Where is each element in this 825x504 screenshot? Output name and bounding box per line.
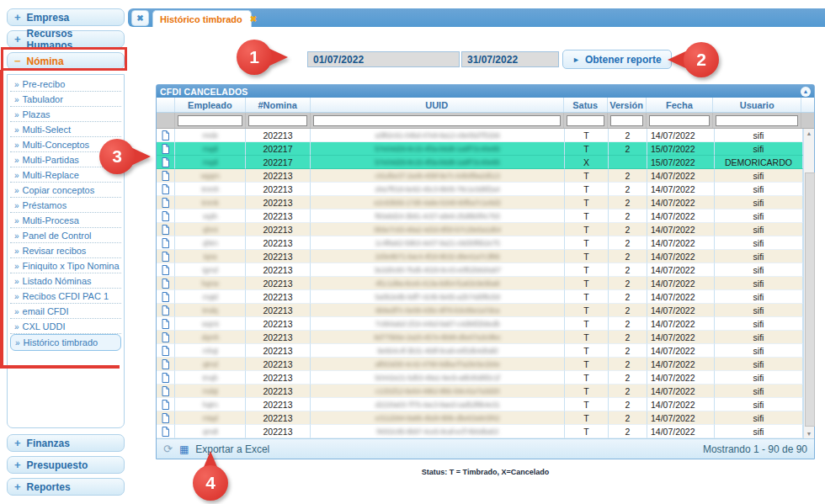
annotation-callout-4: 4 <box>193 465 228 501</box>
document-icon[interactable] <box>162 157 169 167</box>
nomina-submenu-item[interactable]: »Tabulador <box>10 92 121 107</box>
filter-input-satus[interactable] <box>567 115 604 126</box>
table-row[interactable]: tmdq 202213 6b9a3f7c-0e08-435c-8f76-b3c8… <box>157 304 803 317</box>
sidebar-item-presupuesto[interactable]: + Presupuesto <box>7 456 125 474</box>
table-row[interactable]: qmdt 202213 f4002c85-9b97-4ce5-9caf-ecf7… <box>157 425 803 438</box>
document-icon[interactable] <box>162 130 169 141</box>
cell-empleado-redacted: qhmi <box>203 225 218 234</box>
document-icon[interactable] <box>162 373 169 383</box>
document-icon[interactable] <box>162 386 169 396</box>
document-icon[interactable] <box>162 184 169 194</box>
column-header-satus[interactable]: Satus <box>564 98 608 112</box>
sidebar-item-reportes[interactable]: + Reportes <box>7 478 125 496</box>
nomina-submenu-item[interactable]: »CXL UDDI <box>10 319 121 334</box>
document-icon[interactable] <box>162 144 169 154</box>
nomina-submenu-item[interactable]: »Préstamos <box>10 198 121 213</box>
excel-grid-icon[interactable]: ▦ <box>179 443 189 455</box>
nomina-submenu-item[interactable]: »Listado Nóminas <box>10 273 121 289</box>
column-header-uuid[interactable]: UUID <box>311 98 564 112</box>
table-row[interactable]: wgqm 202213 c91d5e37-2a48-40bf-8e7c-64b0… <box>157 169 803 183</box>
table-row[interactable]: vqdn 202213 f60a9d24-3b81-4c57-a9e6-25d8… <box>157 210 803 223</box>
submenu-item-label: Listado Nóminas <box>23 276 92 286</box>
document-icon[interactable] <box>162 400 169 410</box>
table-row[interactable]: tmmh 202213 d4a7f018-6e92-45c3-9b05-78c1… <box>157 183 803 196</box>
table-row[interactable]: qtmd 202213 af553d30-4c42-4790-8dba-f7a2… <box>157 358 803 371</box>
scroll-up-icon[interactable]: ▲ <box>804 130 814 136</box>
collapse-panel-button[interactable]: ▲ <box>801 87 811 97</box>
chevrons-right-icon: » <box>14 322 19 332</box>
filter-input-usuario[interactable] <box>716 115 798 126</box>
table-row[interactable]: hqme 202213 4f1c1d9a-8ce6-413a-8d54-f1a6… <box>157 277 803 290</box>
table-row[interactable]: mqtd 202213 5a0b2e8b-9df7-424b-9e65-a2b7… <box>157 290 803 304</box>
cell-empleado-redacted: mqdi <box>203 158 218 167</box>
date-from-input[interactable] <box>307 51 460 67</box>
document-icon[interactable] <box>162 427 169 437</box>
nomina-submenu-item[interactable]: »Plazas <box>10 107 121 122</box>
sidebar-item-recursos-humanos[interactable]: + Recursos Humanos <box>7 30 125 48</box>
column-header-empleado[interactable]: Empleado <box>175 98 246 112</box>
document-icon[interactable] <box>162 265 169 275</box>
column-header-version[interactable]: Versión <box>608 98 647 112</box>
table-row[interactable]: mqdi 202217 b7e04d29-8c15-4f3a-b6d8-1a9f… <box>157 156 803 169</box>
sidebar-item-finanzas[interactable]: + Finanzas <box>7 434 125 452</box>
nomina-submenu-item[interactable]: »Panel de Control <box>10 228 121 243</box>
document-icon[interactable] <box>162 198 169 208</box>
callout-number: 4 <box>193 465 228 501</box>
table-row[interactable]: wqmt 202213 7c884a6d-1f19-446d-9a87-c4d9… <box>157 317 803 331</box>
cell-uuid-redacted: 4f1c1d9a-8ce6-413a-8d54-f1a63c9e5ba8 <box>375 279 500 288</box>
nomina-submenu-item[interactable]: »email CFDI <box>10 304 121 319</box>
date-to-input[interactable] <box>461 51 559 67</box>
document-icon[interactable] <box>162 319 169 329</box>
nomina-submenu-item[interactable]: »Copiar conceptos <box>10 183 121 198</box>
filter-input-empleado[interactable] <box>178 115 242 126</box>
nomina-submenu-item[interactable]: »Finiquito x Tipo Nomina <box>10 258 121 273</box>
filter-input-fecha[interactable] <box>649 115 711 126</box>
column-header-usuario[interactable]: Usuario <box>713 98 801 112</box>
table-row[interactable]: mqdi 202217 b7e04d29-8c15-4f3a-b6d8-1a9f… <box>157 142 803 156</box>
table-row[interactable]: mtqd 202213 e3111b94-8a86-4bd4-8bfe-dbe6… <box>157 411 803 425</box>
refresh-icon[interactable]: ⟳ <box>163 443 173 455</box>
table-row[interactable]: dqmh 202213 8d775b5e-2a20-457e-8b98-d5e0… <box>157 331 803 344</box>
filter-input-nomina[interactable] <box>248 115 307 126</box>
document-icon[interactable] <box>162 225 169 235</box>
close-all-tabs-button[interactable]: ✖ <box>131 10 149 26</box>
vertical-scrollbar[interactable]: ▲ ▼ <box>803 129 814 438</box>
table-row[interactable]: qhtm 202213 1c4f8a62-59b3-4e07-9a21-c8d3… <box>157 236 803 250</box>
scrollbar-thumb[interactable] <box>805 172 815 427</box>
sidebar-item-empresa[interactable]: + Empresa <box>7 8 125 26</box>
document-icon[interactable] <box>162 332 169 342</box>
nomina-submenu-item[interactable]: »Histórico timbrado <box>10 334 121 351</box>
obtener-reporte-button[interactable]: ► Obtener reporte <box>562 50 672 69</box>
table-row[interactable]: hqtm 202213 d2220a03-7f75-4ac3-9aed-cad5… <box>157 398 803 411</box>
nomina-submenu-item[interactable]: »Multi-Procesa <box>10 213 121 228</box>
nomina-submenu-item[interactable]: »Recibos CFDI PAC 1 <box>10 289 121 304</box>
filter-input-version[interactable] <box>610 115 643 126</box>
table-row[interactable]: mdqt 202213 c1331f12-6e64-49b2-8fdc-b9c4… <box>157 385 803 398</box>
document-icon[interactable] <box>162 252 169 262</box>
document-icon[interactable] <box>162 305 169 316</box>
document-icon[interactable] <box>162 171 169 181</box>
tab-historico-timbrado[interactable]: Histórico timbrado ✖ <box>152 10 252 27</box>
scroll-down-icon[interactable]: ▼ <box>804 431 814 437</box>
filter-input-uuid[interactable] <box>313 115 561 126</box>
column-header-nomina[interactable]: #Nomina <box>246 98 311 112</box>
document-icon[interactable] <box>162 292 169 302</box>
table-row[interactable]: tmqh 202213 b0442e21-5d53-48a1-9ecb-a8b3… <box>157 371 803 385</box>
nomina-submenu-item[interactable]: »Revisar recibos <box>10 243 121 258</box>
document-icon[interactable] <box>162 238 169 248</box>
tab-close-icon[interactable]: ✖ <box>250 14 257 24</box>
table-row[interactable]: mrde 202213 a3f82c61-04bd-47e9-9a12-c8e0… <box>157 129 803 142</box>
nomina-submenu-item[interactable]: »Pre-recibo <box>10 77 121 92</box>
table-row[interactable]: tqna 202213 2d3e9b71-6ac4-4f18-8b32-d9e4… <box>157 250 803 263</box>
document-icon[interactable] <box>162 279 169 289</box>
table-row[interactable]: qhmi 202213 0b5e7c93-48a2-4d16-8f30-b7c2… <box>157 223 803 236</box>
column-header-fecha[interactable]: Fecha <box>647 98 714 112</box>
table-row[interactable]: tmmk 202213 e2c83b56-17d0-4a9e-b348-90f5… <box>157 196 803 210</box>
nomina-submenu-item[interactable]: »Multi-Select <box>10 122 121 137</box>
document-icon[interactable] <box>162 211 169 221</box>
table-row[interactable]: mhqt 202213 9e664c4f-3b31-468f-9ca9-e6f1… <box>157 344 803 358</box>
table-row[interactable]: tgmd 202213 3e2d0c80-7bd5-4029-9c43-e0f5… <box>157 263 803 277</box>
document-icon[interactable] <box>162 359 169 369</box>
document-icon[interactable] <box>162 413 169 423</box>
document-icon[interactable] <box>162 346 169 356</box>
